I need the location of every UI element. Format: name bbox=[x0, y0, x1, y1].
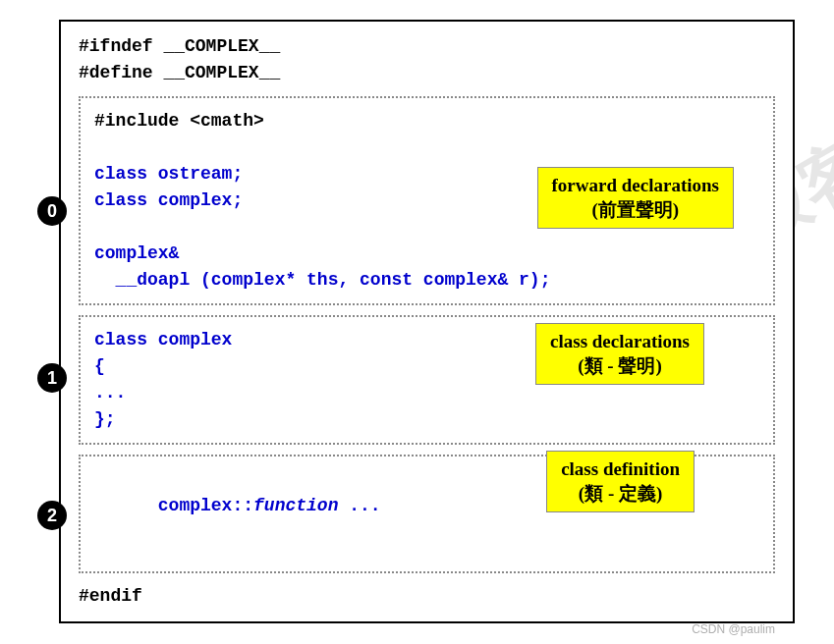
include-line: #include <cmath> bbox=[94, 108, 759, 134]
footer-credit: CSDN @paulim bbox=[692, 622, 775, 636]
func-return: complex& bbox=[94, 241, 759, 267]
callout-subtitle: (前置聲明) bbox=[591, 199, 679, 220]
section-forward-declarations: #include <cmath> class ostream; class co… bbox=[79, 96, 775, 305]
define-line: #define __COMPLEX__ bbox=[79, 60, 775, 86]
callout-class-decl: class declarations (類 - 聲明) bbox=[535, 323, 704, 385]
badge-2: 2 bbox=[37, 501, 67, 530]
callout-title: forward declarations bbox=[552, 175, 719, 195]
section-class-definition: complex::function ... class definition (… bbox=[79, 455, 775, 573]
callout-title: class definition bbox=[561, 458, 680, 479]
section-class-declarations: class complex { ... }; class declaration… bbox=[79, 315, 775, 445]
callout-title: class declarations bbox=[550, 331, 690, 351]
callout-subtitle: (類 - 聲明) bbox=[578, 355, 661, 376]
def-suffix: ... bbox=[338, 496, 380, 515]
badge-1: 1 bbox=[37, 363, 67, 393]
def-func: function bbox=[253, 496, 338, 515]
code-container: #ifndef __COMPLEX__ #define __COMPLEX__ … bbox=[59, 20, 795, 623]
callout-subtitle: (類 - 定義) bbox=[579, 483, 662, 504]
endif-line: #endif bbox=[79, 583, 775, 610]
callout-forward-decl: forward declarations (前置聲明) bbox=[537, 167, 734, 229]
func-signature: __doapl (complex* ths, const complex& r)… bbox=[94, 267, 759, 294]
ifndef-line: #ifndef __COMPLEX__ bbox=[79, 33, 775, 60]
class-decl-line4: }; bbox=[94, 406, 759, 433]
def-prefix: complex:: bbox=[158, 496, 253, 515]
badge-0: 0 bbox=[37, 196, 67, 226]
callout-class-def: class definition (類 - 定義) bbox=[546, 451, 695, 512]
